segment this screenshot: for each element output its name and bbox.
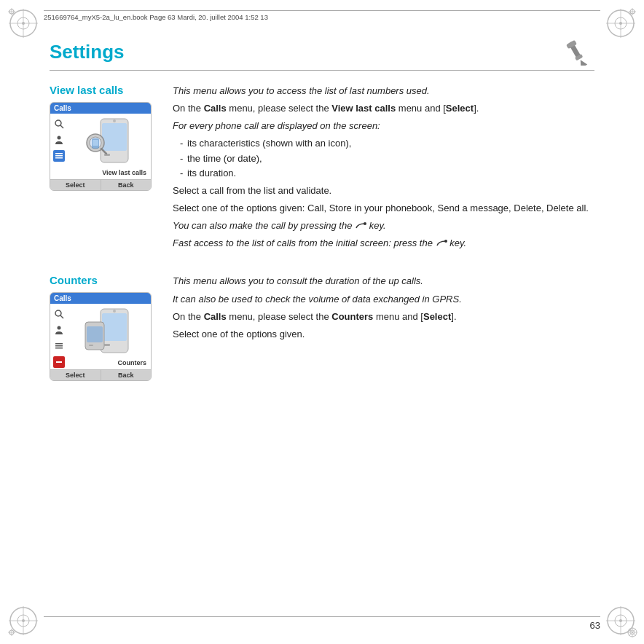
svg-rect-53: [93, 140, 98, 146]
phone-header-view-last-calls: Calls: [50, 103, 151, 114]
heading-view-last-calls: View last calls: [50, 84, 155, 96]
cnt-para-4: Select one of the options given.: [173, 327, 594, 342]
bottom-bar: 63: [44, 616, 600, 631]
phone-header-counters: Calls: [50, 293, 151, 304]
cnt-para-1: This menu allows you to consult the dura…: [173, 274, 594, 288]
phone-icon-search-counters: [53, 308, 65, 320]
phone-mockup-counters: Calls: [50, 292, 152, 381]
svg-point-56: [55, 310, 61, 316]
svg-point-28: [619, 619, 622, 622]
phone-icon-person: [53, 134, 65, 146]
vlc-para-7: Fast access to the list of calls from th…: [173, 236, 594, 251]
phone-footer-view-last-calls: Select Back: [50, 179, 151, 190]
vlc-list-item-2: the time (or date),: [180, 152, 594, 166]
phone-icon-minus: [53, 356, 65, 368]
svg-rect-68: [87, 326, 103, 342]
svg-point-20: [22, 619, 25, 622]
svg-rect-64: [102, 313, 127, 341]
svg-rect-44: [55, 157, 63, 159]
vlc-para-2: On the Calls menu, please select the Vie…: [173, 101, 594, 116]
page-content: Settings View last calls Calls: [50, 38, 594, 600]
wrench-icon: [557, 38, 594, 66]
corner-decoration-tr: [603, 6, 638, 41]
phone-select-btn[interactable]: Select: [50, 180, 101, 190]
vlc-list-item-3: its duration.: [180, 166, 594, 181]
page-title-text: Settings: [50, 41, 125, 63]
phone-icon-person-counters: [53, 324, 65, 336]
svg-rect-69: [89, 345, 93, 346]
vlc-para-4: Select a call from the list and validate…: [173, 184, 594, 198]
svg-line-57: [60, 315, 63, 318]
svg-rect-61: [55, 347, 63, 349]
corner-decoration-tl: [6, 6, 41, 41]
svg-rect-60: [55, 345, 63, 347]
svg-rect-59: [55, 343, 63, 345]
phone-icons-col-counters: [53, 307, 65, 368]
phone-body-counters: Counters: [50, 304, 151, 369]
section-right-view-last-calls: This menu allows you to access the list …: [173, 84, 594, 254]
section-left-view-last-calls: View last calls Calls: [50, 84, 155, 254]
section-right-counters: This menu allows you to consult the dura…: [173, 274, 594, 381]
phone-back-btn-counters[interactable]: Back: [101, 370, 152, 380]
svg-point-54: [364, 222, 366, 225]
phone-icon-list: [53, 150, 65, 162]
vlc-para-6: You can also make the call by pressing t…: [173, 219, 594, 233]
svg-rect-42: [55, 153, 63, 154]
vlc-para-5: Select one of the options given: Call, S…: [173, 201, 594, 216]
section-view-last-calls: View last calls Calls: [50, 84, 594, 254]
vlc-para-3: For every phone call are displayed on th…: [173, 119, 594, 133]
corner-decoration-br: [603, 603, 638, 638]
svg-rect-43: [55, 155, 63, 157]
svg-point-58: [58, 326, 61, 330]
svg-point-66: [113, 310, 116, 313]
svg-point-39: [55, 120, 61, 126]
svg-rect-62: [56, 361, 62, 363]
phone-icons-col: [53, 117, 65, 178]
phone-image-area-view-last-calls: View last calls: [67, 117, 148, 178]
heading-counters: Counters: [50, 274, 155, 286]
corner-decoration-bl: [6, 603, 41, 638]
phone-image-area-counters: Counters: [67, 307, 148, 368]
phone-label-counters: Counters: [117, 359, 146, 366]
cnt-para-2: It can also be used to check the volume …: [173, 292, 594, 307]
phone-label-view-last-calls: View last calls: [102, 169, 146, 176]
phone-icon-list-counters: [53, 340, 65, 352]
svg-rect-46: [102, 123, 127, 151]
vlc-list: its characteristics (shown with an icon)…: [180, 136, 594, 180]
vlc-list-item-1: its characteristics (shown with an icon)…: [180, 136, 594, 151]
phone-footer-counters: Select Back: [50, 369, 151, 380]
page-number: 63: [590, 620, 600, 631]
phone-back-btn[interactable]: Back: [101, 180, 152, 190]
vlc-para-1: This menu allows you to access the list …: [173, 84, 594, 98]
svg-point-48: [113, 119, 116, 122]
svg-point-12: [619, 22, 622, 25]
phone-icon-search: [53, 118, 65, 130]
section-counters: Counters Calls: [50, 274, 594, 381]
page-title: Settings: [50, 38, 594, 71]
section-left-counters: Counters Calls: [50, 274, 155, 381]
svg-line-40: [60, 125, 63, 128]
svg-point-55: [444, 240, 447, 243]
topbar-text: 251669764_myX5-2a_lu_en.book Page 63 Mar…: [44, 13, 268, 21]
phone-select-btn-counters[interactable]: Select: [50, 370, 101, 380]
phone-body-view-last-calls: View last calls: [50, 114, 151, 179]
topbar: 251669764_myX5-2a_lu_en.book Page 63 Mar…: [44, 10, 600, 21]
cnt-para-3: On the Calls menu, please select the Cou…: [173, 310, 594, 324]
svg-rect-65: [104, 344, 110, 346]
svg-point-41: [58, 136, 61, 140]
phone-mockup-view-last-calls: Calls: [50, 102, 152, 191]
svg-point-4: [22, 22, 25, 25]
